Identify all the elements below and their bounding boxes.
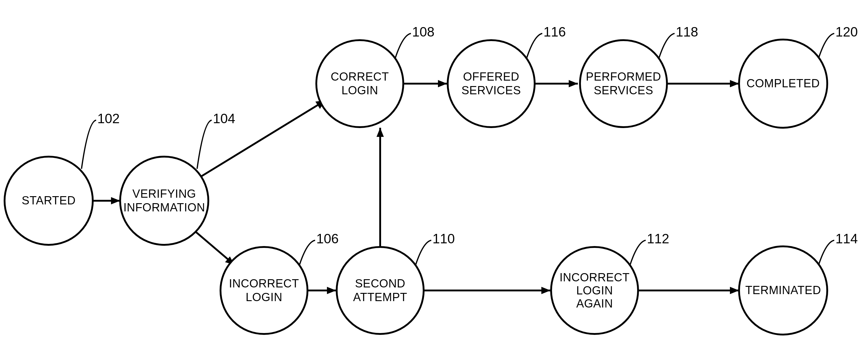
node-incorrectagain-ref: 112 — [647, 231, 669, 246]
node-verifying-l1: VERIFYING — [132, 187, 196, 200]
node-started-ref: 102 — [97, 111, 120, 126]
node-terminated-ref: 114 — [835, 231, 858, 246]
svg-point-23 — [316, 40, 403, 127]
node-correct-login: CORRECT LOGIN 108 — [316, 24, 434, 127]
svg-point-27 — [448, 40, 535, 127]
node-completed-ref: 120 — [835, 24, 858, 39]
svg-point-24 — [337, 247, 424, 334]
svg-marker-11 — [541, 287, 551, 294]
node-started: STARTED 102 — [5, 111, 120, 245]
node-correctlogin-l2: LOGIN — [342, 84, 378, 97]
state-diagram: STARTED 102 VERIFYING INFORMATION 104 IN… — [0, 0, 868, 337]
svg-marker-19 — [730, 80, 739, 87]
node-incorrectagain-l1: INCORRECT — [560, 271, 629, 284]
node-verifying: VERIFYING INFORMATION 104 — [120, 111, 235, 245]
node-performed-l2: SERVICES — [594, 84, 653, 97]
node-performed-l1: PERFORMED — [586, 70, 661, 83]
node-correctlogin-ref: 108 — [412, 24, 434, 39]
node-secondattempt-l2: ATTEMPT — [353, 291, 407, 304]
node-completed: COMPLETED 120 — [739, 24, 858, 128]
node-incorrect-again: INCORRECT LOGIN AGAIN 112 — [551, 231, 669, 334]
node-incorrectagain-l3: AGAIN — [576, 297, 613, 310]
node-incorrectlogin-l1: INCORRECT — [229, 277, 299, 290]
svg-point-28 — [580, 40, 667, 127]
node-offered-l1: OFFERED — [463, 70, 519, 83]
svg-marker-15 — [438, 80, 447, 87]
svg-point-21 — [120, 157, 208, 245]
edge-offeredservices-performedservices — [535, 80, 578, 87]
node-terminated-label: TERMINATED — [745, 284, 821, 297]
node-offered-l2: SERVICES — [461, 84, 521, 97]
edge-verifying-incorrectlogin — [193, 229, 234, 265]
edge-incorrectlogin-secondattempt — [307, 287, 336, 294]
node-incorrect-login: INCORRECT LOGIN 106 — [220, 231, 339, 334]
node-verifying-ref: 104 — [213, 111, 235, 126]
node-incorrectagain-l2: LOGIN — [576, 284, 613, 297]
svg-marker-1 — [111, 197, 120, 204]
svg-marker-13 — [730, 287, 739, 294]
node-terminated: TERMINATED 114 — [739, 231, 858, 335]
edge-started-verifying — [93, 197, 120, 204]
node-completed-label: COMPLETED — [747, 77, 820, 90]
edge-secondattempt-correctlogin — [376, 128, 384, 248]
svg-point-22 — [220, 247, 308, 334]
node-secondattempt-l1: SECOND — [355, 277, 405, 290]
node-offered-services: OFFERED SERVICES 116 — [448, 24, 566, 127]
node-incorrectlogin-l2: LOGIN — [246, 291, 283, 304]
node-started-label: STARTED — [22, 194, 75, 207]
edge-correctlogin-offeredservices — [403, 80, 447, 87]
node-performed-ref: 118 — [676, 24, 698, 39]
edge-incorrectagain-terminated — [639, 287, 739, 294]
svg-marker-7 — [327, 287, 336, 294]
node-secondattempt-ref: 110 — [432, 231, 455, 246]
svg-marker-17 — [569, 80, 578, 87]
svg-marker-9 — [376, 128, 384, 137]
node-incorrectlogin-ref: 106 — [316, 231, 339, 246]
edge-secondattempt-incorrectagain — [424, 287, 551, 294]
node-verifying-l2: INFORMATION — [123, 201, 205, 214]
node-second-attempt: SECOND ATTEMPT 110 — [337, 231, 455, 334]
node-performed-services: PERFORMED SERVICES 118 — [580, 24, 698, 127]
edge-performedservices-completed — [668, 80, 739, 87]
node-offered-ref: 116 — [544, 24, 566, 39]
node-correctlogin-l1: CORRECT — [331, 70, 389, 83]
